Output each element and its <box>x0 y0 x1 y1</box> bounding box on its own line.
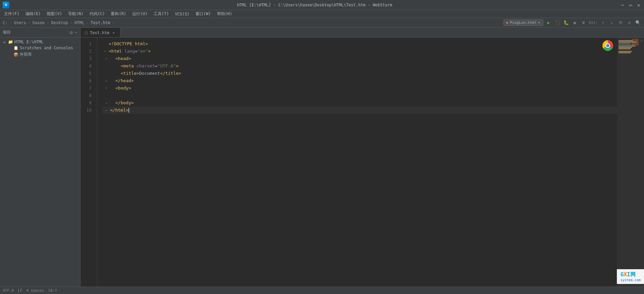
menu-tools[interactable]: 工具(T) <box>151 10 172 17</box>
toolbar: C: › Users › hasee › Desktop › HTML › Te… <box>0 18 644 27</box>
tab-file-icon: ⬡ <box>85 31 88 35</box>
fold-btn-7[interactable]: ▾ <box>104 86 109 91</box>
sidebar-item-external-libs[interactable]: 📦 外部库 <box>0 51 80 58</box>
status-line-sep: LF <box>18 288 22 293</box>
fold-btn-6[interactable]: ▴ <box>104 78 109 83</box>
menu-run[interactable]: 运行(U) <box>129 10 150 17</box>
status-encoding-label: UTF-8 <box>3 288 14 293</box>
window-title: HTML [E:\HTML] - C:\Users\hasee\Desktop\… <box>9 3 620 7</box>
watermark-logo: GXI网 <box>621 271 641 278</box>
debug-button[interactable]: 🐛 <box>563 19 570 26</box>
window-controls: ─ ▭ ✕ <box>620 2 641 8</box>
tab-test-htm[interactable]: ⬡ Test.htm × <box>80 28 120 37</box>
sidebar-item-html-root[interactable]: ▶ 📁 HTML E:\HTML <box>0 39 80 45</box>
menu-help[interactable]: 帮助(H) <box>214 10 235 17</box>
code-line-6: ▴ </head> <box>103 77 617 84</box>
breadcrumb-file[interactable]: Test.htm <box>91 20 110 25</box>
status-bar: UTF-8 LF 4 spaces 10:7 <box>0 287 644 294</box>
minimize-button[interactable]: ─ <box>620 2 625 8</box>
sidebar-settings-icon[interactable]: ⚙ <box>70 30 72 35</box>
maximize-button[interactable]: ▭ <box>628 2 633 8</box>
pause-button[interactable]: ⏸ <box>580 19 587 26</box>
app-logo: W <box>3 2 9 8</box>
git-pull-button[interactable]: ↓ <box>608 19 615 26</box>
code-line-10: ▴ </html> <box>103 107 617 114</box>
menu-refactor[interactable]: 重构(R) <box>108 10 129 17</box>
menu-vcs[interactable]: VCS(S) <box>172 11 192 17</box>
fold-btn-10[interactable]: ▴ <box>104 108 109 113</box>
sidebar-scratches-label: Scratches and Consoles <box>20 46 73 50</box>
breadcrumb-desktop[interactable]: Desktop <box>51 20 68 25</box>
close-button[interactable]: ✕ <box>636 2 641 8</box>
menu-file[interactable]: 文件(F) <box>1 10 22 17</box>
menu-code[interactable]: 代码(C) <box>87 10 108 17</box>
stop-button[interactable]: ⬛ <box>554 19 561 26</box>
breadcrumb-c[interactable]: C: <box>3 20 7 25</box>
sidebar: 项目 ⚙ ─ ▶ 📁 HTML E:\HTML 📋 Scratches and … <box>0 27 80 287</box>
html-file-icon-small: ▶ <box>506 20 509 25</box>
code-editor[interactable]: 1 2 3 4 5 6 7 8 9 10 <!DOCTYPE html> <box>80 38 644 287</box>
line-num-7: 7 <box>80 84 94 92</box>
code-line-2: ▾ <html lang="en" > <box>103 48 617 55</box>
fold-btn-3[interactable]: ▾ <box>104 56 109 61</box>
minimap-preview <box>632 39 639 46</box>
status-position: 10:7 <box>48 288 57 293</box>
breadcrumb-hasee[interactable]: hasee <box>33 20 45 25</box>
status-indent: 4 spaces <box>26 288 44 293</box>
menu-edit[interactable]: 编辑(E) <box>23 10 44 17</box>
tree-arrow-libs <box>8 53 12 57</box>
line-num-5: 5 <box>80 70 94 77</box>
libs-folder-icon: 📦 <box>13 52 18 57</box>
sidebar-title: 项目 <box>3 30 11 35</box>
sidebar-item-scratches[interactable]: 📋 Scratches and Consoles <box>0 45 80 51</box>
line-num-6: 6 <box>80 77 94 84</box>
folder-icon: 📁 <box>8 40 13 44</box>
sidebar-actions: ⚙ ─ <box>70 30 77 35</box>
tab-close-button[interactable]: × <box>111 31 116 35</box>
watermark-content: GXI网 system.com <box>621 271 641 282</box>
menu-window[interactable]: 窗口(W) <box>193 10 214 17</box>
breadcrumb-html[interactable]: HTML <box>74 20 84 25</box>
tree-arrow-expand: ▶ <box>3 40 7 44</box>
breadcrumb-users[interactable]: Users <box>14 20 26 25</box>
git-history-button[interactable]: ⟳ <box>617 19 624 26</box>
sidebar-collapse-icon[interactable]: ─ <box>75 30 77 35</box>
line-num-1: 1 <box>80 40 94 48</box>
fold-btn-9[interactable]: ▴ <box>104 101 109 105</box>
main-layout: 项目 ⚙ ─ ▶ 📁 HTML E:\HTML 📋 Scratches and … <box>0 27 644 287</box>
search-everywhere-button[interactable]: 🔍 <box>635 19 641 26</box>
minimap: ✓ <box>617 38 644 287</box>
coverage-button[interactable]: ◉ <box>572 19 578 26</box>
chrome-browser-icon[interactable] <box>602 40 613 51</box>
git-revert-button[interactable]: ↺ <box>626 19 633 26</box>
chevron-down-icon: ▾ <box>538 20 540 25</box>
git-push-button[interactable]: ↑ <box>600 19 606 26</box>
line-num-8: 8 <box>80 92 94 99</box>
run-config-selector[interactable]: ▶ PingLun.html ▾ <box>503 19 543 26</box>
minimap-content <box>617 38 644 56</box>
sidebar-tree: ▶ 📁 HTML E:\HTML 📋 Scratches and Console… <box>0 38 80 287</box>
line-numbers: 1 2 3 4 5 6 7 8 9 10 <box>80 38 97 287</box>
menu-bar: 文件(F) 编辑(E) 视图(V) 导航(N) 代码(C) 重构(R) 运行(U… <box>0 10 644 18</box>
status-encoding: UTF-8 <box>3 288 14 293</box>
menu-navigate[interactable]: 导航(N) <box>65 10 86 17</box>
code-line-9: ▴ </body> <box>103 99 617 107</box>
watermark-domain: system.com <box>621 278 641 282</box>
line-num-2: 2 <box>80 48 94 55</box>
code-line-4: <meta charset="UTF-8" > <box>103 62 617 70</box>
menu-view[interactable]: 视图(V) <box>44 10 65 17</box>
code-doctype: <!DOCTYPE html> <box>109 40 148 48</box>
line-num-3: 3 <box>80 55 94 62</box>
sidebar-header: 项目 ⚙ ─ <box>0 27 80 38</box>
tab-bar: ⬡ Test.htm × <box>80 27 644 38</box>
tree-arrow-scratches <box>8 46 12 50</box>
code-content[interactable]: <!DOCTYPE html> ▾ <html lang="en" > ▾ <h… <box>97 38 617 287</box>
text-cursor <box>128 108 129 113</box>
editor-area: ⬡ Test.htm × 1 2 3 4 5 6 7 8 9 10 <box>80 27 644 287</box>
line-num-4: 4 <box>80 62 94 70</box>
fold-btn-2[interactable]: ▾ <box>103 49 107 54</box>
run-button[interactable]: ▶ <box>545 19 552 26</box>
sidebar-libs-label: 外部库 <box>20 52 32 57</box>
code-line-1: <!DOCTYPE html> <box>103 40 617 48</box>
sidebar-root-label: HTML E:\HTML <box>14 40 44 44</box>
